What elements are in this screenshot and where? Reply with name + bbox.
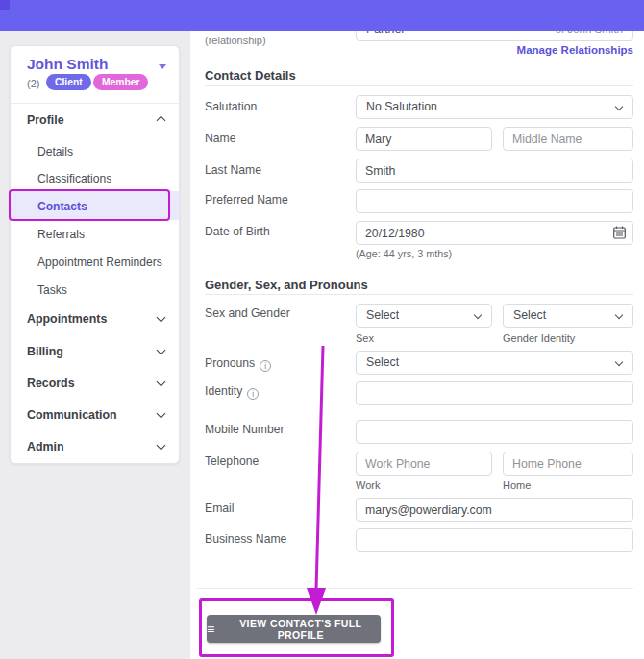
sidebar-item-contacts[interactable]: Contacts	[37, 200, 87, 213]
name-label: Name	[205, 132, 236, 145]
chevron-down-icon[interactable]	[157, 441, 166, 451]
footer-divider	[197, 588, 633, 589]
client-count: (2)	[27, 78, 39, 89]
business-name-label: Business Name	[205, 532, 286, 546]
first-name-input[interactable]	[356, 127, 492, 151]
chevron-down-icon[interactable]	[157, 313, 166, 323]
sidebar-item-appointments[interactable]: Appointments	[27, 312, 107, 326]
home-sublabel: Home	[503, 479, 531, 491]
chevron-down-icon[interactable]	[157, 409, 166, 419]
email-input[interactable]	[356, 498, 633, 522]
content-panel	[190, 31, 644, 659]
calendar-icon[interactable]	[613, 226, 626, 243]
dob-label: Date of Birth	[205, 225, 270, 238]
work-phone-input[interactable]	[356, 452, 492, 476]
dob-input[interactable]	[356, 221, 633, 245]
gender-identity-value: Select	[513, 308, 546, 322]
pronouns-label: Pronounsi	[205, 356, 271, 372]
pronouns-value: Select	[366, 355, 399, 369]
last-name-label: Last Name	[205, 163, 261, 177]
client-sidebar: John Smith (2) Client Member Profile Det…	[10, 45, 180, 464]
sex-value: Select	[366, 308, 399, 322]
salutation-label: Salutation	[205, 100, 257, 113]
gender-identity-sublabel: Gender Identity	[503, 332, 575, 344]
middle-name-input[interactable]	[503, 127, 633, 151]
gender-identity-select[interactable]: Select	[503, 304, 633, 328]
identity-input[interactable]	[356, 381, 633, 405]
salutation-select[interactable]: No Salutation	[356, 95, 633, 119]
manage-relationships-link[interactable]: Manage Relationships	[356, 44, 633, 56]
sex-select[interactable]: Select	[356, 304, 492, 328]
gender-section-heading: Gender, Sex, and Pronouns	[205, 278, 368, 292]
client-name[interactable]: John Smith	[27, 56, 108, 73]
sidebar-item-details[interactable]: Details	[37, 145, 73, 159]
section-divider	[205, 85, 633, 86]
sidebar-item-referrals[interactable]: Referrals	[37, 228, 85, 241]
age-text: (Age: 44 yrs, 3 mths)	[356, 248, 452, 259]
chevron-down-icon	[615, 311, 623, 319]
sidebar-item-billing[interactable]: Billing	[27, 345, 63, 358]
sidebar-item-classifications[interactable]: Classifications	[37, 172, 111, 185]
top-navigation-bar	[0, 0, 644, 31]
view-full-profile-button[interactable]: ≡ VIEW CONTACT'S FULL PROFILE	[207, 615, 381, 643]
sidebar-item-communication[interactable]: Communication	[27, 408, 117, 422]
sidebar-item-tasks[interactable]: Tasks	[37, 283, 67, 297]
chevron-down-icon	[615, 103, 623, 110]
identity-label: Identityi	[205, 384, 259, 400]
work-sublabel: Work	[356, 479, 380, 491]
home-phone-input[interactable]	[503, 452, 633, 476]
chevron-down-icon[interactable]	[157, 378, 166, 387]
email-label: Email	[205, 501, 234, 515]
sidebar-item-profile[interactable]: Profile	[27, 113, 64, 127]
caret-down-icon[interactable]	[159, 64, 166, 69]
sidebar-divider	[11, 103, 179, 104]
contact-details-heading: Contact Details	[205, 68, 296, 83]
header-corner-accent	[0, 0, 10, 10]
preferred-name-label: Preferred Name	[205, 193, 288, 207]
telephone-label: Telephone	[205, 454, 259, 468]
chevron-down-icon[interactable]	[157, 346, 166, 355]
mobile-number-input[interactable]	[356, 420, 633, 444]
pronouns-select[interactable]: Select	[356, 351, 633, 375]
active-item-highlight	[11, 191, 179, 220]
mobile-number-label: Mobile Number	[205, 423, 285, 436]
section-divider	[205, 294, 633, 295]
sex-and-gender-label: Sex and Gender	[205, 306, 290, 320]
sidebar-item-admin[interactable]: Admin	[27, 440, 64, 453]
info-icon[interactable]: i	[247, 388, 259, 400]
sidebar-item-records[interactable]: Records	[27, 377, 75, 390]
sidebar-item-appointment-reminders[interactable]: Appointment Reminders	[37, 256, 162, 269]
chevron-down-icon	[615, 358, 623, 366]
member-badge: Member	[93, 74, 148, 90]
relationship-label: (relationship)	[205, 35, 266, 46]
chevron-down-icon	[474, 311, 482, 319]
last-name-input[interactable]	[356, 159, 633, 183]
client-badge: Client	[46, 74, 91, 90]
business-name-input[interactable]	[356, 528, 633, 552]
view-full-profile-label: VIEW CONTACT'S FULL PROFILE	[221, 618, 381, 641]
app-window: Partner – of John Smith (relationship) M…	[0, 0, 644, 659]
preferred-name-input[interactable]	[356, 189, 633, 213]
list-icon: ≡	[207, 622, 215, 636]
sex-sublabel: Sex	[356, 332, 374, 344]
salutation-value: No Salutation	[366, 100, 437, 113]
chevron-up-icon[interactable]	[157, 116, 166, 126]
info-icon[interactable]: i	[260, 360, 271, 372]
